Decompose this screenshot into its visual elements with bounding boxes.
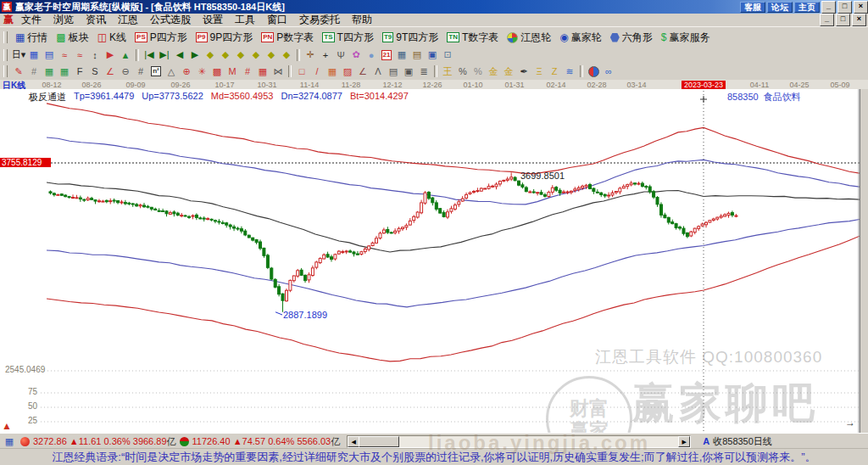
menu-item-window[interactable]: 窗口	[261, 13, 293, 27]
winner-wheel-button[interactable]: ◉赢家轮	[555, 29, 605, 47]
grid-rect-icon[interactable]: ▦	[325, 64, 340, 78]
circle-cross-icon[interactable]: ⊕	[179, 64, 194, 78]
pencil-tool-icon[interactable]: ✎	[11, 64, 26, 78]
candlestick-chart[interactable]	[0, 89, 860, 433]
green-pennant-icon[interactable]: ▲	[118, 48, 133, 62]
shanghai-index-icon[interactable]	[20, 437, 30, 446]
window-restore-button[interactable]: □	[837, 1, 852, 14]
grid-view-icon[interactable]: ▦	[2, 434, 17, 448]
p-table-button[interactable]: PNP数字表	[257, 29, 318, 47]
angle-tool-icon[interactable]: ∠	[103, 64, 118, 78]
hand-tool-icon[interactable]: ✛	[303, 48, 318, 62]
waves-icon[interactable]: ≋	[562, 64, 577, 78]
menu-item-stock-picker[interactable]: 公式选股	[144, 13, 197, 27]
gold-z-icon[interactable]: Z	[547, 64, 562, 78]
yinyang-icon[interactable]	[586, 64, 601, 78]
table-tool-icon[interactable]: ▤	[386, 64, 401, 78]
red-flag-icon[interactable]: ▶	[103, 48, 118, 62]
alert-triangle-icon[interactable]: ▲	[2, 420, 12, 432]
angle2-tool-icon[interactable]: ∠	[355, 64, 370, 78]
last-bar-button[interactable]: ▶|	[157, 48, 172, 62]
starburst-icon[interactable]: ✳	[194, 64, 209, 78]
titlebar-link-forum[interactable]: 论坛	[767, 2, 793, 13]
golden-section2-icon[interactable]: 金	[501, 64, 516, 78]
chart-area[interactable]: 极反通道 Tp=3961.4479Up=3773.5622Md=3560.495…	[0, 89, 860, 433]
9p-square-button[interactable]: P99P四方形	[192, 29, 257, 47]
chart-window-icon[interactable]: ▦	[26, 48, 42, 62]
hatch-rect-icon[interactable]: ▨	[340, 64, 355, 78]
percent-icon[interactable]: %	[455, 64, 470, 78]
kline-button[interactable]: ◫K线	[93, 29, 131, 47]
updown-arrows-icon[interactable]: ↕	[87, 48, 103, 62]
notepad-icon[interactable]: ▤	[409, 48, 425, 62]
prev-bar-button[interactable]: ◀	[172, 48, 187, 62]
mdi-minimize-button[interactable]: _	[820, 14, 834, 26]
scrollbar-left-arrow[interactable]: ◀	[348, 436, 359, 447]
menu-item-gann[interactable]: 江恩	[112, 13, 144, 27]
t-table-button[interactable]: TNT数字表	[442, 29, 503, 47]
quotes-button[interactable]: ▦行情	[11, 29, 52, 47]
red-grid-icon[interactable]: #	[240, 64, 255, 78]
circle-div-icon[interactable]: ⊖	[118, 64, 133, 78]
mdi-restore-button[interactable]: □	[836, 14, 850, 26]
menu-item-tools[interactable]: 工具	[229, 13, 261, 27]
diamond-left-icon[interactable]: ◆	[264, 48, 279, 62]
gold-lines-icon[interactable]: Ξ	[531, 64, 547, 78]
grid-tool-icon[interactable]: #	[26, 64, 42, 78]
wave-up-icon[interactable]: ≈	[57, 48, 72, 62]
network-pc-icon[interactable]: ⊡	[440, 48, 455, 62]
menu-item-file[interactable]: 文件	[15, 13, 47, 27]
diamond-expand-icon[interactable]: ◆	[218, 48, 233, 62]
hatch-lines-icon[interactable]: ≣	[416, 64, 431, 78]
rect-tool-icon[interactable]: □	[294, 64, 309, 78]
gann-wheel-button[interactable]: 江恩轮	[503, 29, 555, 47]
titlebar-link-home[interactable]: 主页	[794, 2, 820, 13]
hourglass-tool-icon[interactable]: ⋈	[270, 64, 286, 78]
wave-down-icon[interactable]: ≈	[72, 48, 87, 62]
fork-tool-icon[interactable]: Ψ	[333, 48, 348, 62]
percent-lines-icon[interactable]: %	[470, 64, 486, 78]
red-square-grid-icon[interactable]: ▦	[255, 64, 270, 78]
t-square-button[interactable]: TST四方形	[318, 29, 378, 47]
flower-marker-icon[interactable]: ✿	[348, 48, 364, 62]
scroll-right-icon[interactable]: →	[845, 417, 855, 429]
triangle-tool-icon[interactable]: △	[164, 64, 179, 78]
boxes-tool-icon[interactable]: ▣	[401, 64, 416, 78]
sphere-icon[interactable]: ●	[364, 48, 379, 62]
s-tool-icon[interactable]: S	[87, 64, 103, 78]
gann-square9-icon[interactable]: ▦	[57, 64, 72, 78]
ink-pen-icon[interactable]: ✒	[516, 64, 531, 78]
dense-grid-icon[interactable]: #	[133, 64, 148, 78]
menu-item-news[interactable]: 资讯	[80, 13, 112, 27]
mdi-close-button[interactable]: ×	[852, 14, 866, 26]
infinity-icon[interactable]: ∞	[601, 64, 616, 78]
9t-square-button[interactable]: T99T四方形	[378, 29, 442, 47]
net-tool-icon[interactable]: ▩	[209, 64, 225, 78]
window-close-button[interactable]: ×	[854, 1, 868, 14]
jade-ratio-icon[interactable]: 王	[440, 64, 455, 78]
period-day-dropdown[interactable]: 日▾	[11, 48, 26, 62]
sectors-button[interactable]: ▩板块	[52, 29, 92, 47]
scrollbar-right-arrow[interactable]: ▶	[678, 436, 690, 447]
menu-item-trade[interactable]: 交易委托	[293, 13, 346, 27]
shenzhen-index-icon[interactable]	[180, 437, 189, 446]
menu-item-browse[interactable]: 浏览	[47, 13, 80, 27]
calendar-21-icon[interactable]: 21	[379, 48, 394, 62]
zigzag-tool-icon[interactable]: Λ	[370, 64, 386, 78]
diamond-down-icon[interactable]: ◆	[248, 48, 264, 62]
titlebar-link-service[interactable]: 客服	[740, 2, 765, 13]
hexagon-button[interactable]: 六角形	[606, 29, 657, 47]
save-icon[interactable]: ▣	[425, 48, 440, 62]
diamond-shrink-icon[interactable]: ◆	[203, 48, 218, 62]
info-panel-icon[interactable]: ▤	[42, 48, 57, 62]
winner-service-button[interactable]: $赢家服务	[657, 29, 715, 47]
horizontal-scrollbar[interactable]: ◀ ▶	[347, 435, 691, 448]
crosshair-tool-icon[interactable]: +	[318, 48, 333, 62]
diamond-up-icon[interactable]: ◆	[233, 48, 248, 62]
fan-lines-icon[interactable]: /	[309, 64, 325, 78]
golden-section-icon[interactable]: 金	[486, 64, 501, 78]
next-bar-button[interactable]: ▶	[187, 48, 203, 62]
window-minimize-button[interactable]: _	[821, 1, 836, 14]
gann-square-icon[interactable]: ▦	[42, 64, 57, 78]
f-tool-icon[interactable]: F	[72, 64, 87, 78]
